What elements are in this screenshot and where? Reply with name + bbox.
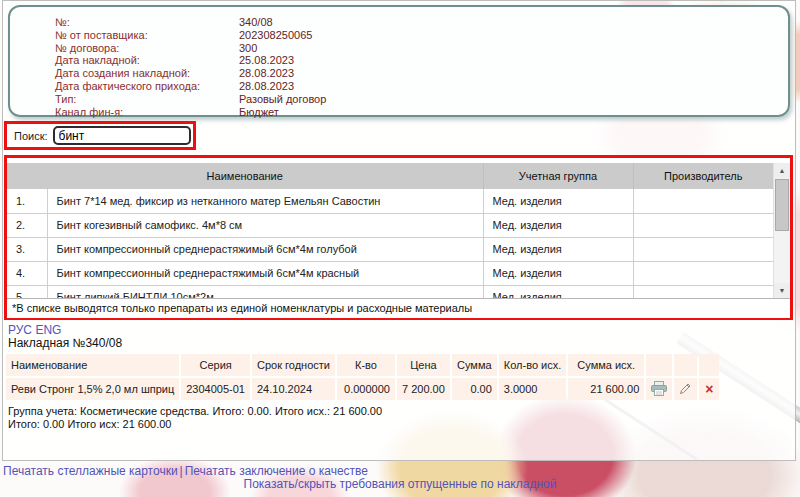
scrollbar-thumb[interactable]	[775, 179, 789, 231]
table-row[interactable]: 3. Бинт компрессионный среднерастяжимый …	[7, 237, 773, 261]
row-manufacturer	[633, 261, 773, 285]
info-value: 202308250065	[239, 29, 312, 41]
row-number: 4.	[7, 261, 47, 285]
scrollbar-down-icon[interactable]: ▼	[774, 283, 790, 298]
edit-row-button[interactable]	[674, 378, 697, 400]
row-name[interactable]: Бинт компрессионный среднерастяжимый 6см…	[47, 261, 483, 285]
item-sum-out: 21 600.00	[568, 378, 644, 400]
info-row-actual-arrival-date: Дата фактического прихода: 28.08.2023	[10, 80, 788, 93]
row-name[interactable]: Бинт липкий БИНТЛИ 10см*2м	[47, 285, 483, 298]
info-value: 340/08	[239, 16, 273, 28]
search-panel: Поиск:	[4, 121, 196, 150]
row-group: Мед. изделия	[483, 261, 633, 285]
vertical-scrollbar[interactable]: ▲ ▼	[773, 163, 790, 298]
info-row-created-date: Дата создания накладной: 28.08.2023	[10, 67, 788, 80]
info-row-type: Тип: Разовый договор	[10, 93, 788, 106]
list-footnote: *В списке выводятся только препараты из …	[7, 298, 790, 318]
printer-icon	[651, 381, 667, 396]
invoice-col-series: Серия	[181, 354, 250, 376]
row-number: 1.	[7, 189, 47, 213]
search-results-panel: Наименование Учетная группа Производител…	[4, 155, 793, 320]
info-value: 25.08.2023	[239, 54, 294, 66]
print-shelf-cards-link[interactable]: Печатать стеллажные карточки	[3, 464, 178, 478]
info-value: 300	[239, 42, 257, 54]
info-value: 28.08.2023	[239, 67, 294, 79]
search-input[interactable]	[53, 126, 191, 145]
delete-row-button[interactable]: ×	[699, 378, 719, 400]
invoice-col-edit	[674, 354, 697, 376]
info-row-funding-channel: Канал фин-я: Бюджет	[10, 106, 788, 119]
info-label: № от поставщика:	[55, 29, 148, 41]
row-name[interactable]: Бинт компрессионный среднерастяжимый 6см…	[47, 237, 483, 261]
nomenclature-table: Наименование Учетная группа Производител…	[7, 163, 773, 298]
row-number: 2.	[7, 213, 47, 237]
table-header-row: Наименование Учетная группа Производител…	[7, 163, 773, 189]
table-row[interactable]: 5. Бинт липкий БИНТЛИ 10см*2м Мед. издел…	[7, 285, 773, 298]
info-label: №:	[55, 16, 70, 28]
row-name[interactable]: Бинт когезивный самофикс. 4м*8 см	[47, 213, 483, 237]
row-group: Мед. изделия	[483, 285, 633, 298]
row-manufacturer	[633, 189, 773, 213]
info-value: Разовый договор	[239, 93, 326, 105]
info-label: Канал фин-я:	[55, 106, 123, 118]
scrollbar-up-icon[interactable]: ▲	[774, 163, 790, 178]
info-label: Тип:	[55, 93, 76, 105]
invoice-col-sum: Сумма	[452, 354, 497, 376]
row-group: Мед. изделия	[483, 189, 633, 213]
table-row[interactable]: 4. Бинт компрессионный среднерастяжимый …	[7, 261, 773, 285]
search-label: Поиск:	[14, 130, 48, 142]
print-quality-conclusion-link[interactable]: Печатать заключение о качестве	[185, 464, 368, 478]
invoice-col-expiry: Срок годности	[252, 354, 335, 376]
table-row[interactable]: 2. Бинт когезивный самофикс. 4м*8 см Мед…	[7, 213, 773, 237]
row-number: 5.	[7, 285, 47, 298]
row-group: Мед. изделия	[483, 213, 633, 237]
invoice-col-delete	[699, 354, 719, 376]
row-manufacturer	[633, 285, 773, 298]
pencil-icon	[679, 382, 692, 395]
toggle-requirements-link-wrap: Показать/скрыть требования отпущенные по…	[0, 477, 800, 491]
invoice-items-table: Наименование Серия Срок годности К-во Це…	[4, 352, 721, 402]
invoice-col-price: Цена	[397, 354, 450, 376]
invoice-col-qty-out: Кол-во исх.	[499, 354, 566, 376]
info-label: № договора:	[55, 42, 119, 54]
row-group: Мед. изделия	[483, 237, 633, 261]
item-expiry: 24.10.2024	[252, 378, 335, 400]
invoice-header-row: Наименование Серия Срок годности К-во Це…	[6, 354, 719, 376]
table-row[interactable]: 1. Бинт 7*14 мед. фиксир из нетканного м…	[7, 189, 773, 213]
item-price: 7 200.00	[397, 378, 450, 400]
language-switcher: РУС ENG	[8, 323, 61, 337]
invoice-item-row: Реви Стронг 1,5% 2,0 мл шприц 2304005-01…	[6, 378, 719, 400]
row-name[interactable]: Бинт 7*14 мед. фиксир из нетканного мате…	[47, 189, 483, 213]
invoice-info-panel: №: 340/08 № от поставщика: 202308250065 …	[8, 5, 790, 117]
item-qty-out: 3.0000	[499, 378, 566, 400]
column-header-manufacturer[interactable]: Производитель	[633, 163, 773, 189]
item-series: 2304005-01	[181, 378, 250, 400]
print-row-button[interactable]	[646, 378, 672, 400]
info-value: 28.08.2023	[239, 80, 294, 92]
footer-print-links: Печатать стеллажные карточки|Печатать за…	[3, 464, 368, 478]
invoice-col-sum-out: Сумма исх.	[568, 354, 644, 376]
link-separator: |	[180, 464, 183, 478]
invoice-col-qty: К-во	[337, 354, 395, 376]
info-value: Бюджет	[239, 106, 279, 118]
info-row-number: №: 340/08	[10, 16, 788, 29]
search-results-viewport: Наименование Учетная группа Производител…	[7, 163, 790, 298]
column-header-group[interactable]: Учетная группа	[483, 163, 633, 189]
item-sum: 0.00	[452, 378, 497, 400]
row-number: 3.	[7, 237, 47, 261]
row-manufacturer	[633, 213, 773, 237]
item-name: Реви Стронг 1,5% 2,0 мл шприц	[6, 378, 179, 400]
column-header-name[interactable]: Наименование	[7, 163, 483, 189]
main-container: №: 340/08 № от поставщика: 202308250065 …	[2, 0, 796, 461]
grand-total-line: Итого: 0.00 Итого исх: 21 600.00	[8, 418, 171, 430]
info-row-supplier-number: № от поставщика: 202308250065	[10, 29, 788, 42]
info-row-invoice-date: Дата накладной: 25.08.2023	[10, 54, 788, 67]
lang-eng-link[interactable]: ENG	[35, 323, 61, 337]
info-label: Дата создания накладной:	[55, 67, 190, 79]
invoice-title: Накладная №340/08	[8, 336, 122, 350]
toggle-requirements-link[interactable]: Показать/скрыть требования отпущенные по…	[244, 477, 557, 491]
info-label: Дата накладной:	[55, 54, 140, 66]
info-row-contract-number: № договора: 300	[10, 42, 788, 55]
lang-rus-link[interactable]: РУС	[8, 323, 32, 337]
group-total-line: Группа учета: Косметические средства. Ит…	[8, 405, 382, 417]
